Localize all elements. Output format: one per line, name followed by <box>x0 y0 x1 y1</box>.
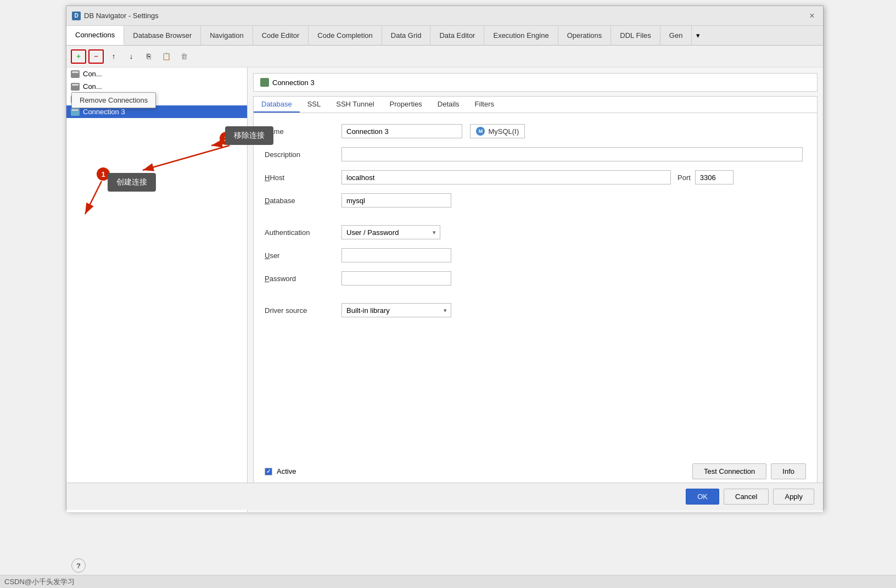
password-row: Password <box>265 271 806 285</box>
create-connection-tooltip: 创建连接 <box>108 173 156 192</box>
title-bar: D DB Navigator - Settings × <box>66 6 823 26</box>
db-type-button[interactable]: M MySQL(Ⅰ) <box>470 124 525 138</box>
sub-tab-filters[interactable]: Filters <box>467 97 502 113</box>
host-label: HHost <box>265 173 341 182</box>
cancel-button[interactable]: Cancel <box>724 489 769 505</box>
help-button[interactable]: ? <box>71 558 86 573</box>
paste-button[interactable]: 📋 <box>159 49 174 64</box>
info-button[interactable]: Info <box>771 463 806 479</box>
close-button[interactable]: × <box>807 10 817 21</box>
password-label: Password <box>265 275 341 283</box>
list-item[interactable]: Con... <box>66 80 247 93</box>
window-title: DB Navigator - Settings <box>84 12 159 20</box>
tab-code-editor[interactable]: Code Editor <box>253 26 309 45</box>
tab-operations[interactable]: Operations <box>558 26 612 45</box>
tab-ddl-files[interactable]: DDL Files <box>611 26 660 45</box>
host-row: HHost Port <box>265 170 806 184</box>
driver-source-row: Driver source Built-in library <box>265 303 806 317</box>
authentication-row: Authentication User / Password <box>265 225 806 239</box>
app-icon: D <box>72 12 81 20</box>
password-input[interactable] <box>341 271 451 285</box>
active-checkbox[interactable] <box>265 468 272 475</box>
active-row: Active <box>265 467 296 475</box>
description-row: Description <box>265 147 806 161</box>
description-input[interactable] <box>341 147 803 161</box>
host-input[interactable] <box>341 170 671 184</box>
authentication-label: Authentication <box>265 228 341 237</box>
move-up-button[interactable]: ↑ <box>106 49 121 64</box>
db-icon <box>71 70 80 78</box>
connection-title: Connection 3 <box>272 79 315 87</box>
tab-gen[interactable]: Gen <box>660 26 692 45</box>
tab-more-button[interactable]: ▾ <box>692 26 704 45</box>
db-icon <box>71 108 80 116</box>
delete-button[interactable]: 🗑 <box>176 49 192 64</box>
tab-navigation[interactable]: Navigation <box>201 26 253 45</box>
title-bar-left: D DB Navigator - Settings <box>72 12 159 20</box>
remove-connection-tooltip: 移除连接 <box>225 126 273 145</box>
user-row: User <box>265 248 806 262</box>
connection-toolbar: + − ↑ ↓ ⎘ 📋 🗑 <box>66 46 823 68</box>
description-label: Description <box>265 150 341 159</box>
database-input[interactable] <box>341 193 451 208</box>
tab-database-browser[interactable]: Database Browser <box>124 26 201 45</box>
name-input[interactable] <box>341 124 462 138</box>
authentication-select[interactable]: User / Password <box>341 225 440 239</box>
add-connection-button[interactable]: + <box>71 49 86 64</box>
sub-tab-bar: Database SSL SSH Tunnel Properties Detai… <box>253 96 817 113</box>
sub-tab-ssh-tunnel[interactable]: SSH Tunnel <box>328 97 382 113</box>
db-icon <box>71 83 80 91</box>
user-label: User <box>265 251 341 260</box>
test-connection-button[interactable]: Test Connection <box>692 463 766 479</box>
list-item[interactable]: Con... <box>66 68 247 80</box>
sub-tab-details[interactable]: Details <box>430 97 467 113</box>
move-down-button[interactable]: ↓ <box>124 49 139 64</box>
database-label: Database <box>265 197 341 205</box>
ok-button[interactable]: OK <box>686 489 719 505</box>
tab-connections[interactable]: Connections <box>66 26 124 45</box>
driver-source-select[interactable]: Built-in library <box>341 303 451 317</box>
tab-data-grid[interactable]: Data Grid <box>382 26 431 45</box>
form-buttons: Test Connection Info <box>692 463 806 479</box>
driver-source-label: Driver source <box>265 306 341 315</box>
database-row: Database <box>265 193 806 208</box>
footer-buttons: OK Cancel Apply <box>66 483 823 510</box>
copy-button[interactable]: ⎘ <box>141 49 156 64</box>
db-type-label: MySQL(Ⅰ) <box>488 127 519 136</box>
main-content: Con... Con... Connection 2 Connection 3 … <box>66 68 823 512</box>
name-label: Name <box>265 127 341 136</box>
right-panel: Connection 3 Database SSL SSH Tunnel Pro… <box>248 68 823 512</box>
name-row: Name M MySQL(Ⅰ) <box>265 124 806 138</box>
tab-code-completion[interactable]: Code Completion <box>309 26 382 45</box>
port-label: Port <box>677 173 691 182</box>
sub-tab-properties[interactable]: Properties <box>382 97 430 113</box>
sub-tab-ssl[interactable]: SSL <box>300 97 329 113</box>
database-form: Name M MySQL(Ⅰ) Description HHost <box>253 113 817 491</box>
sub-tab-database[interactable]: Database <box>254 97 300 113</box>
remove-connections-tooltip: Remove Connections <box>71 92 156 108</box>
authentication-select-wrapper: User / Password <box>341 225 440 239</box>
tab-data-editor[interactable]: Data Editor <box>430 26 484 45</box>
port-input[interactable] <box>695 170 733 184</box>
active-label: Active <box>277 467 296 475</box>
driver-source-select-wrapper: Built-in library <box>341 303 451 317</box>
apply-button[interactable]: Apply <box>773 489 814 505</box>
main-window: D DB Navigator - Settings × Connections … <box>66 5 824 511</box>
connection-header: Connection 3 <box>253 73 817 92</box>
status-bar: CSDN@小千头发学习 <box>0 575 896 588</box>
tab-execution-engine[interactable]: Execution Engine <box>484 26 558 45</box>
connection-icon <box>260 78 269 87</box>
remove-connection-button[interactable]: − <box>88 49 104 64</box>
mysql-icon: M <box>476 127 485 136</box>
tab-bar: Connections Database Browser Navigation … <box>66 26 823 46</box>
user-input[interactable] <box>341 248 451 262</box>
